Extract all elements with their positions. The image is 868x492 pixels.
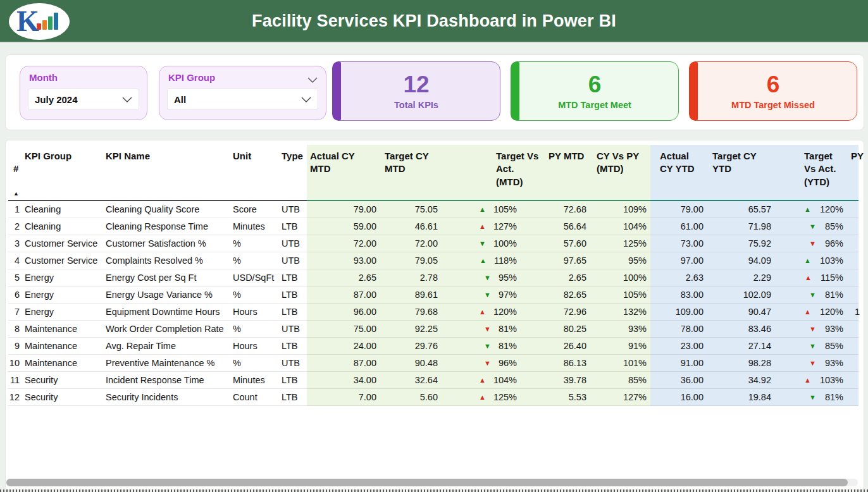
kpi-group-dropdown-value: All — [174, 94, 186, 105]
col-header-target-cy-mtd[interactable]: Target CY MTD — [380, 145, 442, 201]
unit-cell: Count — [233, 389, 282, 406]
table-row[interactable]: 12 Security Security Incidents Count LTB… — [6, 389, 864, 406]
target-cy-ytd-cell: 34.92 — [707, 372, 775, 389]
chevron-down-icon — [301, 97, 311, 102]
trend-arrow-icon: ▼ — [479, 240, 486, 247]
trend-arrow-icon: ▼ — [809, 223, 816, 230]
actual-cy-ytd-cell: 91.00 — [650, 355, 707, 372]
cy-vs-py-mtd-cell: 101% — [590, 355, 650, 372]
type-cell: LTB — [282, 389, 307, 406]
target-vs-act-ytd-cell: ▼85% — [775, 338, 846, 355]
trend-arrow-icon: ▼ — [809, 360, 816, 367]
py-ytd-cell — [846, 269, 859, 286]
table-row[interactable]: 11 Security Incident Response Time Minut… — [6, 372, 864, 389]
table-row[interactable]: 5 Energy Energy Cost per Sq Ft USD/SqFt … — [6, 269, 864, 286]
col-header-kpi-group[interactable]: KPI Group — [25, 145, 106, 201]
target-cy-mtd-cell: 72.00 — [380, 235, 442, 252]
table-row[interactable]: 4 Customer Service Complaints Resolved %… — [6, 252, 864, 269]
kpi-group-cell: Customer Service — [25, 235, 106, 252]
col-header-actual-cy-mtd[interactable]: Actual CY MTD — [307, 145, 380, 201]
row-number-cell: 7 — [8, 304, 25, 321]
unit-cell: % — [233, 321, 282, 338]
table-row[interactable]: 6 Energy Energy Usage Variance % % LTB 8… — [6, 286, 864, 304]
target-cy-ytd-cell: 19.84 — [707, 389, 775, 406]
unit-cell: % — [233, 235, 282, 252]
row-number-cell: 1 — [8, 201, 25, 218]
kpi-table: # ▲ KPI Group KPI Name Unit Type Actual … — [5, 140, 864, 490]
py-ytd-cell: 1 — [846, 304, 859, 321]
col-header-type[interactable]: Type — [282, 145, 307, 201]
col-header-py-mtd[interactable]: PY MTD — [541, 145, 590, 201]
unit-cell: USD/SqFt — [233, 269, 282, 286]
table-row[interactable]: 7 Energy Equipment Downtime Hours Hours … — [6, 304, 864, 321]
actual-cy-mtd-cell: 93.00 — [307, 252, 380, 269]
table-row[interactable]: 9 Maintenance Avg. Repair Time Hours LTB… — [6, 338, 864, 355]
table-row[interactable]: 8 Maintenance Work Order Completion Rate… — [6, 321, 864, 338]
target-vs-act-mtd-cell: ▲104% — [442, 372, 541, 389]
col-header-target-cy-ytd[interactable]: Target CY YTD — [707, 145, 775, 201]
target-vs-act-mtd-cell: ▼100% — [442, 235, 541, 252]
kpi-name-cell: Equipment Downtime Hours — [106, 304, 233, 321]
kpi-group-slicer-label: KPI Group — [168, 72, 215, 83]
target-vs-act-mtd-cell: ▲105% — [442, 201, 541, 218]
sort-ascending-icon: ▲ — [13, 191, 19, 197]
col-header-cy-vs-py-mtd[interactable]: CY Vs PY (MTD) — [590, 145, 650, 201]
col-header-target-vs-act-ytd[interactable]: Target Vs Act. (YTD) — [775, 145, 846, 201]
target-cy-mtd-cell: 5.60 — [380, 389, 442, 406]
py-ytd-cell — [846, 321, 859, 338]
row-number-cell: 3 — [8, 235, 25, 252]
horizontal-scrollbar-thumb[interactable] — [6, 479, 848, 486]
target-vs-act-ytd-cell: ▼81% — [775, 286, 846, 304]
kpi-group-dropdown[interactable]: All — [167, 89, 318, 110]
cy-vs-py-mtd-cell: 105% — [590, 286, 650, 304]
month-dropdown[interactable]: July 2024 — [28, 89, 139, 110]
type-cell: LTB — [282, 338, 307, 355]
target-vs-act-mtd-cell: ▼81% — [442, 338, 541, 355]
actual-cy-mtd-cell: 59.00 — [307, 218, 380, 235]
type-cell: UTB — [282, 355, 307, 372]
table-row[interactable]: 1 Cleaning Cleaning Quality Score Score … — [6, 201, 864, 218]
kpi-name-cell: Work Order Completion Rate — [106, 321, 233, 338]
table-body: 1 Cleaning Cleaning Quality Score Score … — [6, 201, 864, 406]
py-ytd-cell — [846, 201, 859, 218]
py-mtd-cell: 57.60 — [541, 235, 590, 252]
trend-arrow-icon: ▼ — [809, 326, 816, 333]
cy-vs-py-mtd-cell: 132% — [590, 304, 650, 321]
slicer-collapse-chevron-icon[interactable] — [307, 74, 318, 85]
target-cy-ytd-cell: 2.29 — [707, 269, 775, 286]
horizontal-scrollbar-track[interactable] — [6, 479, 858, 486]
actual-cy-mtd-cell: 96.00 — [307, 304, 380, 321]
col-header-py-ytd[interactable]: PY — [846, 145, 859, 201]
col-header-unit[interactable]: Unit — [233, 145, 282, 201]
trend-arrow-icon: ▲ — [804, 309, 811, 316]
col-header-num[interactable]: # ▲ — [8, 145, 25, 201]
trend-arrow-icon: ▲ — [804, 206, 811, 213]
target-cy-mtd-cell: 29.76 — [380, 338, 442, 355]
kpi-name-cell: Complaints Resolved % — [106, 252, 233, 269]
card-accent-bar — [511, 61, 519, 121]
col-header-target-vs-act-mtd[interactable]: Target Vs Act. (MTD) — [442, 145, 541, 201]
kpi-group-cell: Maintenance — [25, 355, 106, 372]
type-cell: UTB — [282, 235, 307, 252]
table-row[interactable]: 3 Customer Service Customer Satisfaction… — [6, 235, 864, 252]
table-row[interactable]: 2 Cleaning Cleaning Response Time Minute… — [6, 218, 864, 235]
month-slicer-label: Month — [29, 72, 58, 83]
table-row[interactable]: 10 Maintenance Preventive Maintenance % … — [6, 355, 864, 372]
total-kpis-value: 12 — [403, 72, 429, 98]
py-ytd-cell — [846, 389, 859, 406]
col-header-actual-cy-ytd[interactable]: Actual CY YTD — [650, 145, 707, 201]
kpi-group-cell: Customer Service — [25, 252, 106, 269]
kpi-name-cell: Security Incidents — [106, 389, 233, 406]
target-cy-mtd-cell: 89.61 — [380, 286, 442, 304]
type-cell: LTB — [282, 218, 307, 235]
filter-panel: Month July 2024 KPI Group All 12 Total K… — [5, 54, 864, 130]
target-vs-act-mtd-cell: ▼81% — [442, 321, 541, 338]
py-mtd-cell: 72.96 — [541, 304, 590, 321]
target-vs-act-ytd-cell: ▼93% — [775, 321, 846, 338]
target-cy-ytd-cell: 98.28 — [707, 355, 775, 372]
trend-arrow-icon: ▲ — [804, 257, 811, 264]
type-cell: UTB — [282, 252, 307, 269]
trend-arrow-icon: ▲ — [479, 309, 486, 316]
col-header-kpi-name[interactable]: KPI Name — [106, 145, 233, 201]
target-vs-act-mtd-cell: ▲125% — [442, 389, 541, 406]
